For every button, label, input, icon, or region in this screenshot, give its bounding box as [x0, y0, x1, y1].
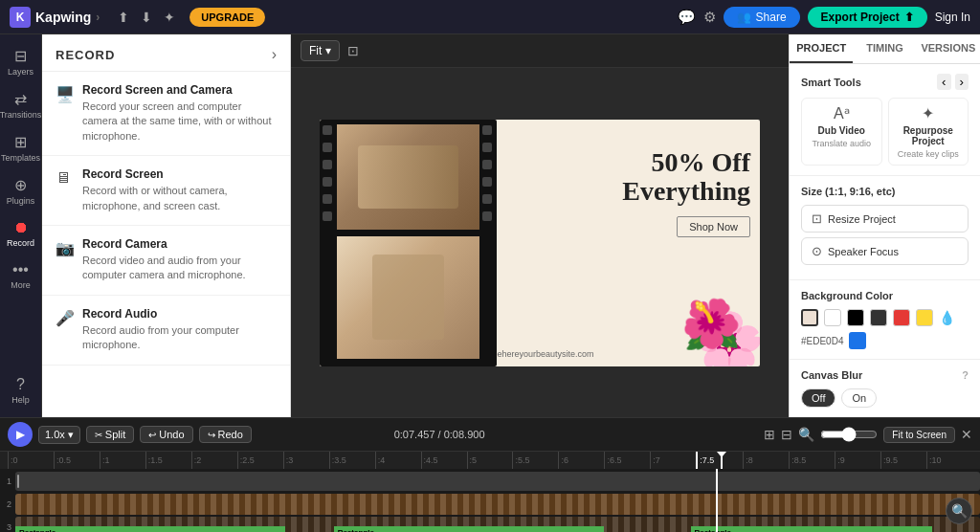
- fit-chevron-icon: ▾: [325, 44, 331, 57]
- track-row-1: 1: [0, 471, 980, 492]
- track-number-2: 2: [0, 499, 11, 509]
- transitions-icon: ⇄: [14, 90, 27, 108]
- speed-select[interactable]: 1.0x ▾: [38, 426, 80, 444]
- plugins-icon: ⊕: [14, 176, 27, 194]
- ruler-mark: :6.5: [604, 452, 650, 469]
- record-option-screen-camera[interactable]: 🖥️ Record Screen and Camera Record your …: [42, 72, 290, 156]
- track-content-3[interactable]: Rectangle Rectangle Rectangle: [15, 517, 980, 532]
- smart-tools-prev-button[interactable]: ‹: [937, 74, 950, 90]
- logo-icon: K: [10, 7, 31, 28]
- sidebar-item-plugins[interactable]: ⊕ Plugins: [2, 171, 40, 211]
- ruler-marks: :0 :0.5 :1 :1.5 :2 :2.5 :3 :3.5 :4 :4.5 …: [8, 452, 972, 469]
- track-number-3: 3: [0, 522, 11, 532]
- share-button[interactable]: 👥 Share: [724, 7, 800, 28]
- screen-camera-icon: 🖥️: [56, 85, 73, 103]
- color-swatch-red[interactable]: [893, 309, 910, 326]
- record-option-camera[interactable]: 📷 Record Camera Record video and audio f…: [42, 226, 290, 296]
- sidebar-item-templates[interactable]: ⊞ Templates: [2, 128, 40, 167]
- track-row-2: 2: [0, 494, 980, 515]
- canvas-aspect-button[interactable]: ⊡: [347, 43, 359, 58]
- smart-tools-next-button[interactable]: ›: [955, 74, 969, 90]
- speaker-focus-button[interactable]: ⊙ Speaker Focus: [801, 237, 969, 265]
- sidebar-item-transitions[interactable]: ⇄ Transitions: [2, 85, 40, 124]
- redo-button[interactable]: ↪ Redo: [199, 426, 252, 443]
- redo-icon: ↪: [208, 430, 215, 440]
- close-timeline-button[interactable]: ✕: [961, 427, 972, 442]
- play-button[interactable]: ▶: [8, 422, 33, 447]
- resize-project-button[interactable]: ⊡ Resize Project: [801, 205, 969, 233]
- repurpose-tool[interactable]: ✦ Repurpose Project Create key clips: [888, 98, 969, 166]
- tab-project[interactable]: PROJECT: [790, 34, 853, 63]
- dub-video-icon: Aᵃ: [834, 104, 850, 122]
- export-button[interactable]: Export Project ⬆: [808, 7, 927, 28]
- record-screen-desc: Record with or without camera, microphon…: [82, 184, 277, 213]
- blur-off-button[interactable]: Off: [801, 388, 835, 408]
- app-logo: K Kapwing ›: [10, 7, 100, 28]
- eyedropper-button[interactable]: 💧: [939, 310, 955, 325]
- split-button[interactable]: ✂ Split: [86, 426, 134, 443]
- upload-button[interactable]: ⬆: [115, 7, 132, 28]
- blur-on-button[interactable]: On: [841, 388, 877, 408]
- signin-button[interactable]: Sign In: [935, 11, 970, 24]
- record-option-audio[interactable]: 🎤 Record Audio Record audio from your co…: [42, 296, 290, 366]
- download-button[interactable]: ⬇: [138, 7, 155, 28]
- settings-icon-button[interactable]: ⚙: [703, 9, 716, 26]
- size-label: Size (1:1, 9:16, etc): [801, 186, 969, 197]
- record-option-screen[interactable]: 🖥 Record Screen Record with or without c…: [42, 156, 290, 226]
- fit-screen-button[interactable]: Fit to Screen: [883, 427, 955, 443]
- timeline-playhead[interactable]: [721, 452, 723, 469]
- track-content-2[interactable]: [15, 494, 980, 515]
- magic-button[interactable]: ✦: [161, 7, 178, 28]
- bg-color-label: Background Color: [801, 290, 969, 301]
- upgrade-button[interactable]: UPGRADE: [189, 8, 265, 27]
- rectangle-label-1: Rectangle: [15, 526, 285, 532]
- main-content: ⊟ Layers ⇄ Transitions ⊞ Templates ⊕ Plu…: [0, 34, 980, 417]
- record-panel: RECORD › 🖥️ Record Screen and Camera Rec…: [42, 34, 291, 417]
- timeline-ruler[interactable]: :0 :0.5 :1 :1.5 :2 :2.5 :3 :3.5 :4 :4.5 …: [0, 452, 980, 469]
- ruler-mark: :7: [650, 452, 696, 469]
- chat-icon-button[interactable]: 💬: [678, 9, 696, 26]
- undo-button[interactable]: ↩ Undo: [140, 426, 192, 443]
- track-content-1[interactable]: [15, 472, 980, 491]
- shop-now-button[interactable]: Shop Now: [677, 216, 750, 237]
- ruler-mark: :0.5: [54, 452, 100, 469]
- record-panel-title: RECORD: [56, 48, 115, 62]
- ruler-mark: :3: [283, 452, 329, 469]
- tab-timing[interactable]: TIMING: [853, 34, 916, 63]
- timeline-search-button[interactable]: 🔍: [946, 498, 972, 524]
- record-screen-icon: 🖥: [56, 169, 73, 187]
- ruler-mark: :1: [100, 452, 145, 469]
- zoom-slider[interactable]: [820, 427, 878, 442]
- fit-select[interactable]: Fit ▾: [301, 40, 340, 61]
- dub-video-tool[interactable]: Aᵃ Dub Video Translate audio: [801, 98, 882, 166]
- sidebar-item-more[interactable]: ••• More: [2, 256, 40, 295]
- canvas-blur-label: Canvas Blur: [801, 369, 862, 381]
- color-swatch-yellow[interactable]: [916, 309, 933, 326]
- color-swatch-white[interactable]: [824, 309, 841, 326]
- canvas-area: Fit ▾ ⊡: [291, 34, 789, 417]
- zoom-out-button[interactable]: 🔍: [798, 427, 814, 442]
- record-screen-title: Record Screen: [82, 167, 277, 181]
- ruler-mark: :8: [743, 452, 789, 469]
- color-swatch-dark[interactable]: [870, 309, 887, 326]
- color-swatch-active[interactable]: [801, 309, 818, 326]
- color-swatch-black[interactable]: [847, 309, 864, 326]
- ruler-mark: :9.5: [880, 452, 926, 469]
- ruler-mark: :1.5: [145, 452, 191, 469]
- ruler-mark: :10: [926, 452, 972, 469]
- tab-versions[interactable]: VERSIONS: [917, 34, 980, 63]
- timeline-markers-button[interactable]: ⊞: [764, 427, 775, 442]
- sidebar-item-help[interactable]: ? Help: [2, 371, 40, 410]
- custom-color-swatch[interactable]: [849, 332, 866, 349]
- record-panel-close-button[interactable]: ›: [272, 46, 277, 63]
- sidebar-item-record[interactable]: ⏺ Record: [2, 214, 40, 253]
- timeline-fit-icon-button[interactable]: ⊟: [781, 427, 792, 442]
- rectangle-label-3: Rectangle: [691, 526, 932, 532]
- playhead-triangle: [717, 452, 726, 457]
- ruler-mark: :8.5: [789, 452, 835, 469]
- screen-camera-title: Record Screen and Camera: [82, 83, 277, 97]
- track-row-3: 3 Rectangle Rectangle Rectangle: [0, 517, 980, 532]
- sidebar-item-layers[interactable]: ⊟ Layers: [2, 42, 40, 81]
- ruler-mark: :2: [191, 452, 237, 469]
- ruler-mark: :5: [467, 452, 513, 469]
